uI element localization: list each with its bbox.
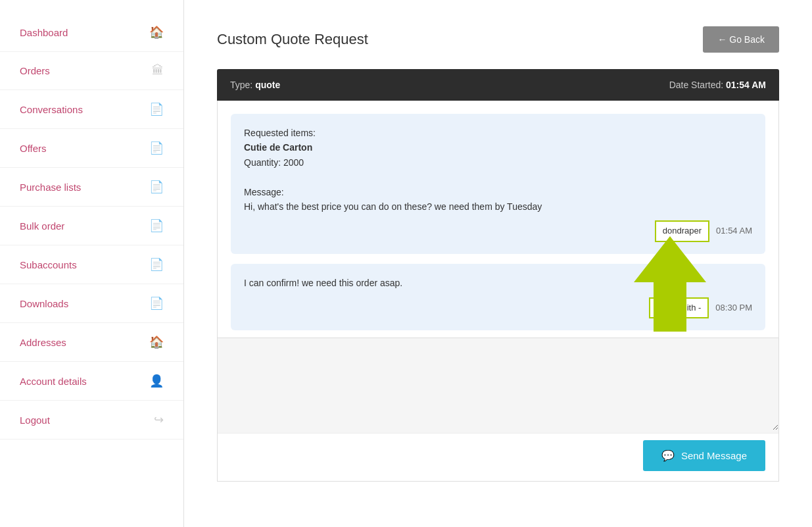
message-meta-1: john.smith -08:30 PM <box>244 297 752 319</box>
type-value: quote <box>255 80 280 90</box>
sidebar-label-purchase-lists: Purchase lists <box>20 182 81 193</box>
sidebar-item-account-details[interactable]: Account details👤 <box>0 362 183 401</box>
sidebar-item-purchase-lists[interactable]: Purchase lists📄 <box>0 168 183 207</box>
message-meta-0: dondraper01:54 AM <box>244 220 752 242</box>
page-header: Custom Quote Request ← Go Back <box>217 26 779 53</box>
main-content: Custom Quote Request ← Go Back Type: quo… <box>184 0 812 527</box>
sidebar-label-bulk-order: Bulk order <box>20 220 64 232</box>
messages-area: Requested items:Cutie de CartonQuantity:… <box>218 101 778 338</box>
message-time-0: 01:54 AM <box>716 224 752 238</box>
send-message-button[interactable]: 💬 Send Message <box>643 440 765 471</box>
sidebar-icon-logout: ↪ <box>154 413 164 427</box>
message-bubble-0: Requested items:Cutie de CartonQuantity:… <box>231 114 765 254</box>
message-text-1: I can confirm! we need this order asap. <box>244 276 752 290</box>
sidebar-label-addresses: Addresses <box>20 337 66 348</box>
sidebar-icon-bulk-order: 📄 <box>149 218 164 233</box>
sidebar-icon-dashboard: 🏠 <box>149 25 164 39</box>
page-title: Custom Quote Request <box>217 31 368 48</box>
chat-container: Requested items:Cutie de CartonQuantity:… <box>217 101 779 482</box>
sidebar-item-conversations[interactable]: Conversations📄 <box>0 90 183 129</box>
username-badge-1: john.smith - <box>649 297 709 319</box>
sidebar-label-orders: Orders <box>20 65 50 76</box>
sidebar-icon-addresses: 🏠 <box>149 335 164 349</box>
sidebar: Dashboard🏠Orders🏛Conversations📄Offers📄Pu… <box>0 0 184 527</box>
sidebar-label-subaccounts: Subaccounts <box>20 259 77 270</box>
sidebar-item-orders[interactable]: Orders🏛 <box>0 52 183 90</box>
sidebar-icon-account-details: 👤 <box>149 374 164 388</box>
username-badge-0: dondraper <box>655 220 709 242</box>
type-info: Type: quote <box>230 80 280 90</box>
message-input[interactable] <box>218 338 778 430</box>
sidebar-icon-orders: 🏛 <box>152 64 164 78</box>
date-value: 01:54 AM <box>726 80 766 90</box>
send-button-label: Send Message <box>681 450 747 461</box>
sidebar-label-conversations: Conversations <box>20 104 83 115</box>
send-icon: 💬 <box>661 449 675 462</box>
sidebar-label-account-details: Account details <box>20 376 87 387</box>
date-info: Date Started: 01:54 AM <box>669 80 766 90</box>
sidebar-label-downloads: Downloads <box>20 298 68 309</box>
sidebar-label-dashboard: Dashboard <box>20 27 68 38</box>
sidebar-label-offers: Offers <box>20 143 47 154</box>
message-time-1: 08:30 PM <box>715 301 752 315</box>
sidebar-item-logout[interactable]: Logout↪ <box>0 401 183 439</box>
sidebar-item-downloads[interactable]: Downloads📄 <box>0 284 183 323</box>
sidebar-item-offers[interactable]: Offers📄 <box>0 129 183 168</box>
send-button-container: 💬 Send Message <box>218 433 778 481</box>
sidebar-icon-subaccounts: 📄 <box>149 257 164 272</box>
type-bar: Type: quote Date Started: 01:54 AM <box>217 69 779 101</box>
input-area <box>218 338 778 433</box>
sidebar-icon-offers: 📄 <box>149 141 164 155</box>
go-back-button[interactable]: ← Go Back <box>703 26 779 53</box>
message-text-0: Requested items:Cutie de CartonQuantity:… <box>244 126 752 214</box>
sidebar-icon-conversations: 📄 <box>149 102 164 116</box>
sidebar-item-dashboard[interactable]: Dashboard🏠 <box>0 13 183 52</box>
date-prefix: Date Started: <box>669 80 726 90</box>
sidebar-item-subaccounts[interactable]: Subaccounts📄 <box>0 245 183 284</box>
sidebar-icon-downloads: 📄 <box>149 296 164 311</box>
message-bubble-1: I can confirm! we need this order asap.j… <box>231 264 765 330</box>
sidebar-label-logout: Logout <box>20 414 50 426</box>
sidebar-item-addresses[interactable]: Addresses🏠 <box>0 323 183 362</box>
chat-panel: Type: quote Date Started: 01:54 AM Reque… <box>217 69 779 482</box>
sidebar-icon-purchase-lists: 📄 <box>149 180 164 194</box>
sidebar-item-bulk-order[interactable]: Bulk order📄 <box>0 207 183 245</box>
type-prefix: Type: <box>230 80 255 90</box>
